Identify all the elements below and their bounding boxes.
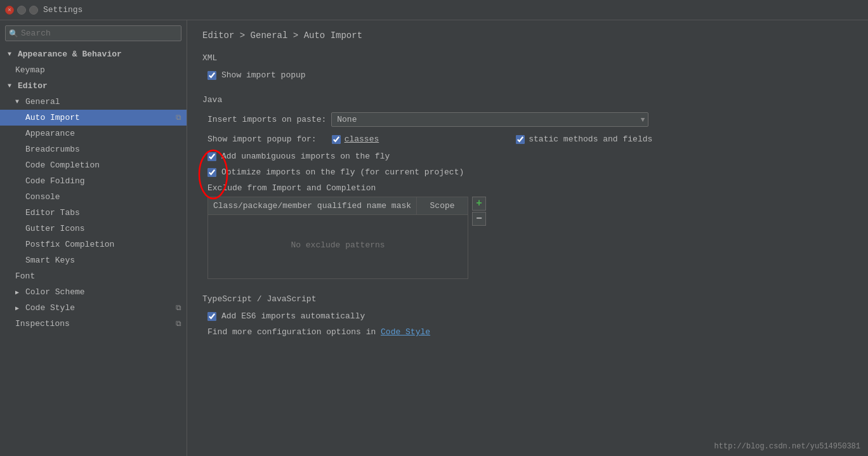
classes-label: classes <box>345 134 379 144</box>
exclude-table-container: Class/package/member qualified name mask… <box>202 197 468 279</box>
sidebar-item-code-style[interactable]: ▶ Code Style ⧉ <box>0 300 187 316</box>
sidebar-label: Inspections <box>15 319 70 329</box>
sidebar-label: Gutter Icons <box>25 224 85 233</box>
watermark: http://blog.csdn.net/yu514950381 <box>714 442 860 451</box>
sidebar-label: Code Folding <box>25 176 85 186</box>
minimize-button[interactable] <box>17 6 26 15</box>
add-es6-row: Add ES6 imports automatically <box>202 311 853 321</box>
static-methods-label: static methods and fields <box>529 134 652 144</box>
show-import-popup-for-row: Show import popup for: classes static me… <box>202 134 853 144</box>
add-unambiguous-row: Add unambiguous imports on the fly <box>207 152 853 161</box>
insert-imports-select[interactable]: None Ask All <box>331 112 648 127</box>
search-icon: 🔍 <box>9 29 18 38</box>
sidebar: 🔍 ▼ Appearance & Behavior Keymap ▼ Edito… <box>0 20 187 456</box>
add-unambiguous-checkbox[interactable] <box>207 152 216 161</box>
arrow-icon: ▼ <box>8 82 15 89</box>
sidebar-label: Font <box>15 271 35 281</box>
optimize-imports-checkbox[interactable] <box>207 168 216 177</box>
sidebar-item-breadcrumbs[interactable]: Breadcrumbs <box>0 141 187 157</box>
exclude-title: Exclude from Import and Completion <box>202 183 853 193</box>
sidebar-item-auto-import[interactable]: Auto Import ⧉ <box>0 110 187 126</box>
arrow-icon: ▼ <box>8 51 15 58</box>
arrow-icon: ▶ <box>15 289 23 296</box>
col-scope-header: Scope <box>417 197 468 214</box>
sidebar-item-keymap[interactable]: Keymap <box>0 62 187 78</box>
insert-imports-select-wrapper: None Ask All ▼ <box>331 112 648 127</box>
optimize-imports-label: Optimize imports on the fly (for current… <box>221 167 464 177</box>
add-es6-label: Add ES6 imports automatically <box>221 311 365 321</box>
typescript-section: TypeScript / JavaScript Add ES6 imports … <box>202 294 853 337</box>
static-methods-checkbox[interactable] <box>516 135 525 144</box>
sidebar-item-gutter-icons[interactable]: Gutter Icons <box>0 221 187 237</box>
sidebar-label: Keymap <box>15 65 45 75</box>
sidebar-item-editor[interactable]: ▼ Editor <box>0 78 187 94</box>
close-button[interactable]: ✕ <box>5 6 14 15</box>
sidebar-item-inspections[interactable]: Inspections ⧉ <box>0 316 187 332</box>
sidebar-item-code-folding[interactable]: Code Folding <box>0 173 187 189</box>
typescript-title: TypeScript / JavaScript <box>202 294 853 304</box>
sidebar-label: Editor Tabs <box>25 208 80 218</box>
exclude-table: Class/package/member qualified name mask… <box>207 197 468 279</box>
arrow-icon: ▶ <box>15 304 23 312</box>
sidebar-item-postfix-completion[interactable]: Postfix Completion <box>0 237 187 252</box>
show-import-popup-row: Show import popup <box>202 70 853 80</box>
sidebar-label: Breadcrumbs <box>25 145 80 154</box>
sidebar-item-color-scheme[interactable]: ▶ Color Scheme <box>0 284 187 300</box>
breadcrumb: Editor > General > Auto Import <box>202 30 853 41</box>
copy-icon: ⧉ <box>176 320 181 329</box>
sidebar-label: Editor <box>18 81 48 91</box>
annotated-checkboxes: Add unambiguous imports on the fly Optim… <box>202 152 853 177</box>
add-pattern-button[interactable]: + <box>472 197 486 211</box>
show-import-popup-label: Show import popup <box>221 70 306 80</box>
sidebar-label: Auto Import <box>25 113 80 122</box>
search-input[interactable] <box>5 25 181 41</box>
insert-imports-label: Insert imports on paste: <box>207 115 326 124</box>
insert-imports-row: Insert imports on paste: None Ask All ▼ <box>202 112 853 127</box>
title-bar: ✕ Settings <box>0 0 868 20</box>
copy-icon: ⧉ <box>176 114 181 122</box>
remove-pattern-button[interactable]: − <box>472 212 486 226</box>
sidebar-label: Color Scheme <box>25 287 85 297</box>
sidebar-item-font[interactable]: Font <box>0 268 187 284</box>
sidebar-item-appearance[interactable]: Appearance <box>0 126 187 141</box>
add-es6-checkbox[interactable] <box>207 312 216 321</box>
show-import-popup-checkbox[interactable] <box>207 71 216 80</box>
java-section: Java Insert imports on paste: None Ask A… <box>202 95 853 279</box>
sidebar-label: Appearance <box>25 129 75 138</box>
sidebar-item-editor-tabs[interactable]: Editor Tabs <box>0 205 187 221</box>
sidebar-item-appearance-behavior[interactable]: ▼ Appearance & Behavior <box>0 46 187 62</box>
sidebar-item-general[interactable]: ▼ General <box>0 94 187 110</box>
col-name-header: Class/package/member qualified name mask <box>208 197 417 214</box>
maximize-button[interactable] <box>29 6 38 15</box>
java-title: Java <box>202 95 853 105</box>
exclude-table-body: No exclude patterns <box>208 215 468 278</box>
sidebar-label: General <box>25 97 60 107</box>
table-actions: + − <box>472 197 486 226</box>
search-wrapper: 🔍 <box>0 20 187 46</box>
exclude-table-header: Class/package/member qualified name mask… <box>208 197 468 215</box>
sidebar-label: Smart Keys <box>25 256 75 265</box>
empty-message: No exclude patterns <box>291 240 385 250</box>
content-panel: Editor > General > Auto Import XML Show … <box>187 20 868 456</box>
sidebar-label: Appearance & Behavior <box>18 49 122 59</box>
window-title: Settings <box>43 5 82 15</box>
sidebar-label: Console <box>25 192 60 202</box>
window-controls: ✕ <box>5 6 38 15</box>
sidebar-label: Code Style <box>25 303 75 313</box>
sidebar-item-console[interactable]: Console <box>0 189 187 205</box>
show-import-popup-for-label: Show import popup for: <box>207 134 317 144</box>
search-field-wrapper: 🔍 <box>5 25 181 41</box>
static-methods-checkbox-group: static methods and fields <box>516 134 652 144</box>
classes-label-text: classes <box>345 134 379 144</box>
code-style-link[interactable]: Code Style <box>381 327 430 337</box>
add-unambiguous-label: Add unambiguous imports on the fly <box>221 152 390 161</box>
main-layout: 🔍 ▼ Appearance & Behavior Keymap ▼ Edito… <box>0 20 868 456</box>
find-more-row: Find more configuration options in Code … <box>202 327 853 337</box>
optimize-imports-row: Optimize imports on the fly (for current… <box>207 167 853 177</box>
sidebar-item-code-completion[interactable]: Code Completion <box>0 157 187 173</box>
xml-section: XML Show import popup <box>202 53 853 80</box>
classes-checkbox[interactable] <box>332 135 341 144</box>
copy-icon: ⧉ <box>176 304 181 313</box>
classes-checkbox-group: classes <box>332 134 379 144</box>
sidebar-item-smart-keys[interactable]: Smart Keys <box>0 252 187 268</box>
